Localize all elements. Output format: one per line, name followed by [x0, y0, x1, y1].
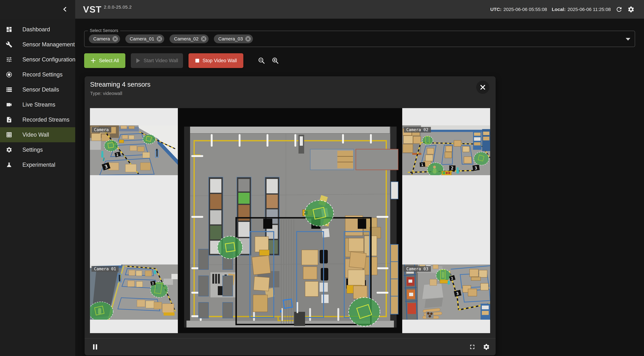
select-all-button[interactable]: Select All	[84, 53, 125, 68]
camera-02-scene: 1 2 3	[402, 125, 490, 175]
chip-label: Camera_01	[130, 36, 154, 42]
sidebar-item-sensor-configuration[interactable]: Sensor Configuration	[0, 52, 75, 67]
dashboard-icon	[6, 26, 12, 33]
camera-03-scene: 2 3	[402, 264, 490, 320]
sidebar-item-label: Settings	[22, 146, 43, 153]
video-file-icon	[6, 116, 12, 123]
select-all-label: Select All	[99, 58, 119, 64]
record-icon	[6, 71, 12, 78]
main-content: Select Sensors Camera Camera_01 Camera_0…	[75, 19, 644, 356]
start-video-wall-button[interactable]: Start Video Wall	[131, 53, 183, 68]
stop-icon	[195, 58, 200, 63]
collapse-chevron-icon[interactable]	[62, 6, 69, 13]
video-wall: 3 2 Camera	[90, 108, 490, 333]
gear-icon	[6, 146, 12, 153]
sidebar-item-sensor-management[interactable]: Sensor Management	[0, 37, 75, 52]
settings-icon[interactable]	[483, 343, 490, 350]
flask-icon	[6, 162, 12, 168]
zoom-in-icon[interactable]	[272, 57, 279, 64]
svg-text:2: 2	[451, 166, 454, 170]
sidebar-item-recorded-streams[interactable]: Recorded Streams	[0, 112, 75, 127]
camera-label: Camera	[92, 127, 111, 132]
sidebar-item-label: Experimental	[22, 162, 55, 168]
stop-video-wall-button[interactable]: Stop Video Wall	[188, 53, 243, 68]
sidebar-item-label: Video Wall	[22, 132, 49, 138]
close-icon	[480, 84, 486, 90]
utc-value: 2025-06-06 05:55:08	[504, 7, 547, 12]
sidebar-item-record-settings[interactable]: Record Settings	[0, 67, 75, 82]
sidebar-item-settings[interactable]: Settings	[0, 142, 75, 157]
chevron-down-icon[interactable]	[626, 38, 630, 40]
sidebar-item-label: Sensor Management	[22, 41, 75, 48]
sidebar-item-video-wall[interactable]: Video Wall	[0, 127, 75, 142]
sidebar-nav: Dashboard Sensor Management Sensor Confi…	[0, 22, 75, 172]
sensor-select-label: Select Sensors	[88, 28, 120, 33]
wall-column-right: 1 2 3 Camera 02	[402, 108, 490, 333]
toolbar: Select All Start Video Wall Stop Video W…	[84, 53, 279, 68]
sensor-chip[interactable]: Camera_03	[214, 34, 253, 43]
grid-icon	[6, 132, 12, 138]
camera-scene: 3 2	[90, 125, 178, 175]
fullscreen-icon[interactable]	[469, 343, 476, 350]
sidebar-item-experimental[interactable]: Experimental	[0, 157, 75, 172]
sidebar-header	[0, 0, 75, 19]
zoom-out-icon[interactable]	[258, 57, 265, 64]
camera-label: Camera 03	[404, 266, 431, 272]
sidebar-item-live-streams[interactable]: Live Streams	[0, 97, 75, 112]
videocam-icon	[6, 102, 12, 108]
sidebar-item-label: Record Settings	[22, 71, 62, 78]
chip-remove-icon[interactable]	[245, 36, 251, 42]
stream-card-subtitle: Type: videowall	[90, 91, 122, 96]
app-header: VST 2.0.0-25.05.2 UTC: 2025-06-06 05:55:…	[75, 0, 644, 19]
video-tile-camera-01: 2 Camera 01	[90, 264, 178, 320]
play-icon	[136, 58, 140, 63]
video-tile-camera-02: 1 2 3 Camera 02	[402, 125, 490, 175]
chip-remove-icon[interactable]	[156, 36, 162, 42]
sidebar-item-label: Dashboard	[22, 26, 50, 33]
wall-column-left: 3 2 Camera	[90, 108, 178, 333]
chip-remove-icon[interactable]	[201, 36, 207, 42]
local-value: 2025-06-06 11:25:08	[568, 7, 611, 12]
sensor-chip[interactable]: Camera	[89, 34, 120, 43]
plus-icon	[90, 58, 96, 63]
sidebar-item-sensor-details[interactable]: Sensor Details	[0, 82, 75, 97]
sensor-select[interactable]: Select Sensors Camera Camera_01 Camera_0…	[84, 31, 635, 47]
player-control-bar	[84, 338, 496, 355]
utc-label: UTC:	[490, 7, 502, 12]
sidebar-item-label: Live Streams	[22, 102, 55, 108]
sidebar-item-label: Sensor Configuration	[22, 56, 75, 63]
app-logo: VST	[83, 4, 102, 14]
utc-clock: UTC: 2025-06-06 05:55:08	[490, 7, 547, 12]
sensor-chip[interactable]: Camera_02	[170, 34, 208, 43]
chip-label: Camera_02	[174, 36, 198, 42]
top-down-map-video	[178, 108, 402, 333]
local-clock: Local: 2025-06-06 11:25:08	[552, 7, 611, 12]
tune-icon	[6, 56, 12, 63]
wall-column-center	[178, 108, 402, 333]
refresh-icon[interactable]	[616, 6, 623, 13]
close-button[interactable]	[476, 81, 489, 94]
sensor-chip[interactable]: Camera_01	[125, 34, 164, 43]
chip-label: Camera_03	[218, 36, 243, 42]
stream-card-title: Streaming 4 sensors	[90, 81, 150, 88]
camera-01-scene: 2	[90, 264, 178, 320]
chip-remove-icon[interactable]	[112, 36, 118, 42]
sidebar: Dashboard Sensor Management Sensor Confi…	[0, 0, 75, 356]
camera-label: Camera 02	[404, 127, 431, 132]
svg-text:1: 1	[421, 163, 424, 167]
chip-label: Camera	[93, 36, 110, 42]
pause-icon[interactable]	[92, 343, 99, 350]
stop-video-wall-label: Stop Video Wall	[202, 58, 237, 64]
sidebar-item-dashboard[interactable]: Dashboard	[0, 22, 75, 37]
gear-icon[interactable]	[628, 6, 634, 13]
app-version: 2.0.0-25.05.2	[104, 5, 132, 10]
start-video-wall-label: Start Video Wall	[144, 58, 178, 64]
sensor-chips: Camera Camera_01 Camera_02 Camera_03	[89, 34, 253, 43]
sidebar-item-label: Sensor Details	[22, 86, 59, 93]
sidebar-item-label: Recorded Streams	[22, 116, 70, 123]
stream-card: Streaming 4 sensors Type: videowall	[84, 76, 496, 355]
video-tile-camera-03: 2 3 Camera 03	[402, 264, 490, 320]
camera-label: Camera 01	[92, 266, 118, 272]
wrench-icon	[6, 41, 12, 48]
local-label: Local:	[552, 7, 566, 12]
